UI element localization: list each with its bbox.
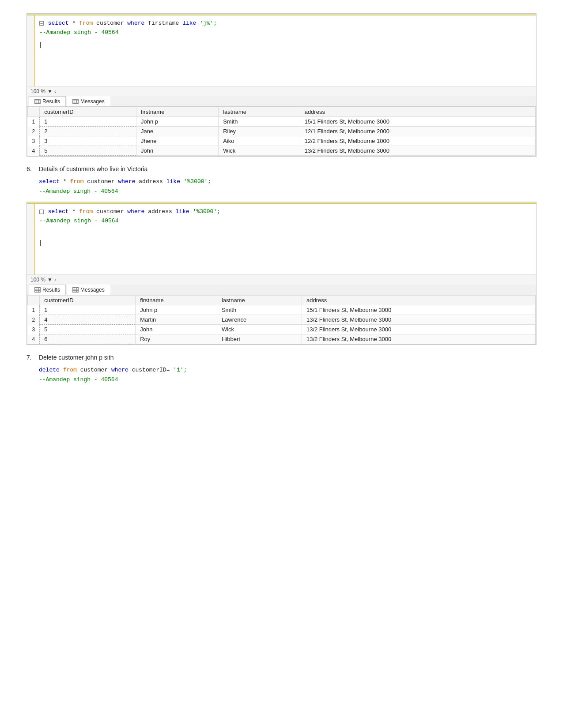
- cell-lastname: Hibbert: [217, 334, 302, 344]
- cell-id: 5: [40, 146, 136, 156]
- cell-address: 12/2 Flinders St, Melbourne 1000: [300, 136, 535, 146]
- cell-address: 15/1 Flinders St, Melbourne 3000: [300, 117, 535, 127]
- code6-line2: --Amandep singh - 40564: [39, 187, 537, 196]
- cell-lastname: Lawrence: [217, 315, 302, 325]
- kw-where-2: where: [127, 208, 144, 215]
- th-customerid-2: customerID: [40, 296, 136, 305]
- kw-like-1: like: [182, 20, 196, 26]
- cell-address: 13/2 Flinders St, Melbourne 3000: [300, 146, 535, 156]
- tab-messages-2[interactable]: Messages: [67, 285, 110, 295]
- cell-firstname: John p: [136, 117, 218, 127]
- sql-table-1: customer: [96, 20, 127, 26]
- kw-select-cb6: select: [39, 178, 60, 185]
- row-num: 2: [28, 315, 40, 325]
- editor-line-2-2: --Amandep singh - 40564: [39, 217, 532, 226]
- cell-firstname: John: [136, 325, 217, 334]
- zoom-arrow-2[interactable]: ▼: [47, 277, 53, 283]
- results-icon-2: [34, 287, 41, 293]
- row-num: 4: [28, 334, 40, 344]
- kw-where-1: where: [127, 20, 144, 26]
- sql-field-2: address: [148, 208, 175, 215]
- cursor-2: [40, 240, 41, 246]
- row-num: 3: [28, 325, 40, 334]
- sql-table-2: customer: [96, 208, 127, 215]
- zoom-chevron-2: ‹: [54, 277, 56, 282]
- cell-lastname: Riley: [219, 127, 300, 136]
- sql-field-1: firstname: [148, 20, 182, 26]
- collapse-icon-2[interactable]: −: [39, 210, 44, 214]
- cell-firstname: Roy: [136, 334, 217, 344]
- tab-results-1[interactable]: Results: [29, 96, 66, 106]
- tab-messages-label-1: Messages: [80, 98, 105, 105]
- cell-firstname: John p: [136, 305, 217, 315]
- table1-body: 1 1 John p Smith 15/1 Flinders St, Melbo…: [28, 117, 536, 156]
- zoom-bar-1: 100 % ▼ ‹: [27, 86, 536, 96]
- cell-address: 13/2 Flinders St, Melbourne 3000: [302, 315, 535, 325]
- cell-id: 6: [40, 334, 136, 344]
- section-6: 6. Details of customers who live in Vict…: [26, 165, 537, 173]
- sql-comment-2: --Amandep singh - 40564: [39, 218, 118, 224]
- code7-line1: delete from customer where customerID= '…: [39, 365, 537, 375]
- code-block-6: select * from customer where address lik…: [39, 177, 537, 196]
- messages-icon-2: [72, 287, 79, 293]
- cell-lastname: Wick: [217, 325, 302, 334]
- kw-like-2: like: [176, 208, 189, 215]
- editor-body-2[interactable]: − select * from customer where address l…: [35, 204, 536, 274]
- kw-where-cb7: where: [111, 367, 128, 373]
- section-7: 7. Delete customer john p sith: [26, 354, 537, 361]
- th-address-1: address: [300, 107, 535, 117]
- zoom-arrow-1[interactable]: ▼: [47, 88, 53, 94]
- sql-value-1: 'j%';: [200, 20, 217, 26]
- tab-results-2[interactable]: Results: [29, 285, 66, 295]
- tab-results-label-2: Results: [42, 287, 60, 293]
- section-7-number: 7.: [26, 354, 35, 361]
- results-tabs-2: Results Messages: [27, 285, 536, 295]
- cell-address: 13/2 Flinders St, Melbourne 3000: [302, 334, 535, 344]
- zoom-level-2: 100 %: [30, 277, 45, 283]
- results-table-wrap-1: customerID firstname lastname address 1 …: [27, 107, 536, 156]
- cell-address: 15/1 Flinders St, Melbourne 3000: [302, 305, 535, 315]
- editor-gutter-2: [27, 204, 35, 274]
- code6-line1: select * from customer where address lik…: [39, 177, 537, 187]
- cell-id: 5: [40, 325, 136, 334]
- table-row: 1 1 John p Smith 15/1 Flinders St, Melbo…: [28, 305, 536, 315]
- results-table-1: customerID firstname lastname address 1 …: [27, 107, 536, 156]
- kw-from-cb6: from: [70, 178, 83, 185]
- code-block-7: delete from customer where customerID= '…: [39, 365, 537, 385]
- cell-firstname: Martin: [136, 315, 217, 325]
- collapse-icon-1[interactable]: −: [39, 21, 44, 26]
- messages-icon-1: [72, 99, 79, 104]
- cb6-comment: --Amandep singh - 40564: [39, 188, 118, 195]
- table-row: 4 6 Roy Hibbert 13/2 Flinders St, Melbou…: [28, 334, 536, 344]
- section-7-text: Delete customer john p sith: [39, 354, 114, 361]
- tab-results-label-1: Results: [42, 98, 60, 105]
- editor-line-2: --Amandep singh - 40564: [39, 28, 532, 38]
- kw-select-1: select: [48, 20, 69, 26]
- table-row: 4 5 John Wick 13/2 Flinders St, Melbourn…: [28, 146, 536, 156]
- kw-like-cb6: like: [166, 178, 180, 185]
- editor-line-2-3: [39, 239, 532, 248]
- zoom-bar-2: 100 % ▼ ‹: [27, 274, 536, 285]
- cb7-field: customerID=: [132, 367, 170, 373]
- sql-comment-1: --Amandep singh - 40564: [39, 29, 118, 36]
- table-row: 2 2 Jane Riley 12/1 Flinders St, Melbour…: [28, 127, 536, 136]
- editor-body-1[interactable]: − select * from customer where firstname…: [35, 15, 536, 86]
- table-row: 3 5 John Wick 13/2 Flinders St, Melbourn…: [28, 325, 536, 334]
- kw-where-cb6: where: [118, 178, 135, 185]
- kw-delete-cb7: delete: [39, 367, 60, 373]
- kw-from-cb7: from: [63, 367, 77, 373]
- th-customerid-1: customerID: [40, 107, 136, 117]
- results-icon-1: [34, 99, 41, 104]
- kw-select-2: select: [48, 208, 69, 215]
- section-6-number: 6.: [26, 165, 35, 173]
- th-rownum-2: [28, 296, 40, 305]
- th-address-2: address: [302, 296, 535, 305]
- table-row: 2 4 Martin Lawrence 13/2 Flinders St, Me…: [28, 315, 536, 325]
- section-6-text: Details of customers who live in Victori…: [39, 165, 147, 173]
- tab-messages-1[interactable]: Messages: [67, 96, 110, 106]
- cell-id: 4: [40, 315, 136, 325]
- table-header-row-2: customerID firstname lastname address: [28, 296, 536, 305]
- th-lastname-2: lastname: [217, 296, 302, 305]
- cell-lastname: Smith: [219, 117, 300, 127]
- row-num: 1: [28, 305, 40, 315]
